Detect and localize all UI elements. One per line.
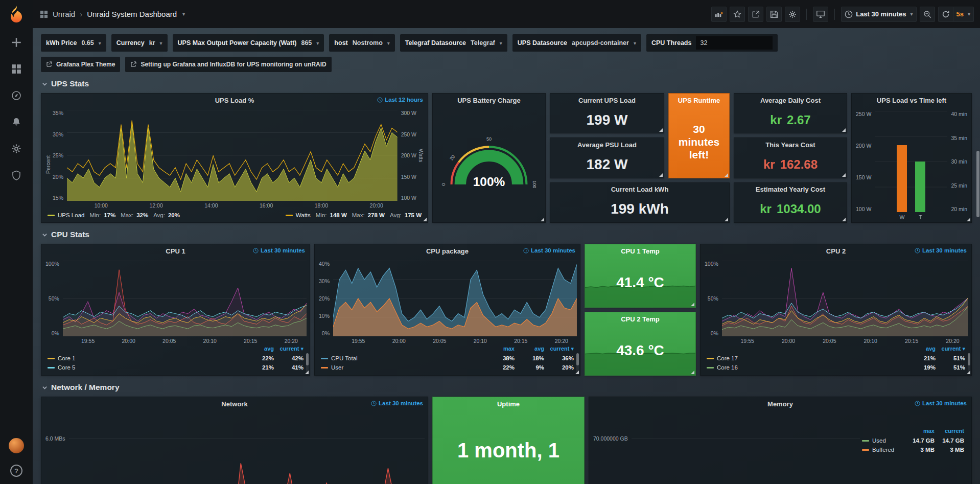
panel-title[interactable]: CPU 2 xyxy=(826,247,846,255)
panel-time-override[interactable]: Last 30 minutes xyxy=(371,400,423,406)
legend-row[interactable]: CPU Total38%18%36% xyxy=(321,354,574,363)
panel-title[interactable]: Average Daily Cost xyxy=(760,97,821,104)
legend-column-current[interactable]: current xyxy=(935,428,964,436)
tv-mode-button[interactable] xyxy=(813,7,828,22)
chart-plot[interactable] xyxy=(69,413,425,484)
series-name[interactable]: Buffered xyxy=(872,447,894,453)
legend-row[interactable]: Core 122%42% xyxy=(48,354,304,363)
series-name[interactable]: Core 16 xyxy=(717,364,738,371)
section-ups-stats[interactable]: UPS Stats xyxy=(42,79,972,88)
bar-chart[interactable]: WT xyxy=(875,111,947,212)
legend-column-max[interactable]: max xyxy=(905,428,935,436)
variable-ups-max-output-power-capacity-watt-[interactable]: UPS Max Output Power Capacity (Watt)865▾ xyxy=(173,34,324,52)
share-button[interactable] xyxy=(748,7,763,22)
chevron-down-icon[interactable]: ▾ xyxy=(182,11,185,17)
legend-row[interactable]: User22%9%20% xyxy=(321,363,574,372)
panel-time-override[interactable]: Last 30 minutes xyxy=(523,247,575,253)
explore-icon[interactable] xyxy=(11,90,22,101)
refresh-interval-picker[interactable]: 5s ▾ xyxy=(953,7,974,22)
series-name[interactable]: Watts xyxy=(296,212,311,218)
panel-time-override[interactable]: Last 30 minutes xyxy=(915,400,967,406)
star-button[interactable] xyxy=(730,7,745,22)
variable-kwh-price[interactable]: kWh Price0.65▾ xyxy=(41,34,106,52)
variable-input[interactable] xyxy=(696,36,773,50)
series-name[interactable]: Used xyxy=(872,437,886,444)
save-button[interactable] xyxy=(766,7,782,22)
series-name[interactable]: User xyxy=(331,364,343,371)
legend-column-avg[interactable]: avg xyxy=(515,345,544,354)
chart-plot[interactable] xyxy=(632,413,860,484)
legend-row[interactable]: Core 1619%51% xyxy=(707,363,965,372)
variable-host[interactable]: hostNostromo▾ xyxy=(329,34,394,52)
chart-plot[interactable]: 19:5520:0020:0520:1020:1520:20 xyxy=(63,261,307,336)
panel-title[interactable]: CPU package xyxy=(426,247,469,255)
series-name[interactable]: Core 1 xyxy=(58,355,76,361)
legend-row[interactable]: Core 1721%51% xyxy=(707,354,965,363)
bar-T[interactable]: T xyxy=(915,111,925,212)
battery-gauge[interactable]: 02050100100% xyxy=(433,107,545,222)
series-name[interactable]: Core 5 xyxy=(58,364,76,371)
panel-title[interactable]: Network xyxy=(221,400,247,408)
chart-plot[interactable]: 10:0012:0014:0016:0018:0020:00 xyxy=(67,110,398,201)
refresh-button[interactable] xyxy=(938,7,953,22)
legend-column-max[interactable]: max xyxy=(485,345,515,354)
dashboard-settings-button[interactable] xyxy=(785,7,800,22)
bar-value[interactable] xyxy=(915,162,925,212)
panel-title[interactable]: UPS Runtime xyxy=(678,97,720,104)
legend-column-current[interactable]: current ▾ xyxy=(936,345,965,354)
legend-row[interactable]: Core 521%41% xyxy=(48,363,304,372)
page-scrollbar[interactable] xyxy=(976,28,980,484)
series-name[interactable]: UPS Load xyxy=(58,212,84,218)
panel-title[interactable]: This Years Cost xyxy=(765,141,815,149)
dashboard-link[interactable]: Grafana Plex Theme xyxy=(41,57,120,72)
variable-value[interactable]: Telegraf xyxy=(471,39,495,47)
series-name[interactable]: CPU Total xyxy=(331,355,358,361)
variable-cpu-threads[interactable]: CPU Threads xyxy=(646,34,778,52)
variable-value[interactable]: 865 xyxy=(301,39,312,47)
chart-plot[interactable]: 19:5520:0020:0520:1020:1520:20 xyxy=(333,261,577,336)
legend-column-avg[interactable]: avg xyxy=(244,345,274,354)
panel-title[interactable]: CPU 1 xyxy=(166,247,185,255)
panel-title[interactable]: Current Load kWh xyxy=(611,186,669,193)
section-cpu-stats[interactable]: CPU Stats xyxy=(42,230,972,239)
panel-title[interactable]: Estimated Yearly Cost xyxy=(756,186,825,193)
variable-ups-datasource[interactable]: UPS Datasourceapcupsd-container▾ xyxy=(512,34,641,52)
panel-title[interactable]: Current UPS Load xyxy=(578,97,636,104)
legend-row[interactable]: Buffered3 MB3 MB xyxy=(862,445,964,454)
panel-title[interactable]: Average PSU Load xyxy=(577,141,637,149)
zoom-out-button[interactable] xyxy=(920,7,935,22)
panel-title[interactable]: UPS Load vs Time left xyxy=(877,97,946,104)
server-admin-icon[interactable] xyxy=(11,170,22,181)
panel-title[interactable]: UPS Battery Charge xyxy=(457,97,521,104)
legend-item[interactable]: UPS LoadMin:17%Max:32%Avg:20% xyxy=(48,212,180,218)
dashboard-link[interactable]: Setting up Grafana and InfluxDB for UPS … xyxy=(125,57,331,72)
section-network-memory[interactable]: Network / Memory xyxy=(42,383,972,392)
legend-item[interactable]: WattsMin:148 WMax:278 WAvg:175 W xyxy=(286,212,422,218)
configuration-icon[interactable] xyxy=(11,143,22,154)
avatar[interactable] xyxy=(9,438,24,453)
scrollbar-thumb[interactable] xyxy=(976,151,979,217)
panel-time-override[interactable]: Last 30 minutes xyxy=(915,247,967,253)
alerting-icon[interactable] xyxy=(11,117,22,128)
dashboards-icon[interactable] xyxy=(11,63,22,75)
grafana-logo[interactable] xyxy=(6,4,27,26)
legend-column-current[interactable]: current ▾ xyxy=(274,345,304,354)
time-range-picker[interactable]: Last 30 minutes ▾ xyxy=(841,7,916,22)
variable-currency[interactable]: Currencykr▾ xyxy=(111,34,168,52)
create-icon[interactable] xyxy=(11,37,22,48)
legend-column-avg[interactable]: avg xyxy=(906,345,936,354)
chart-plot[interactable]: 19:5520:0020:0520:1020:1520:20 xyxy=(722,261,968,336)
bar-value[interactable] xyxy=(897,145,907,212)
breadcrumb-app[interactable]: Unraid xyxy=(53,10,75,18)
panel-title[interactable]: UPS Load % xyxy=(215,97,254,104)
variable-value[interactable]: kr xyxy=(149,39,155,47)
panel-title[interactable]: Memory xyxy=(767,400,793,408)
variable-value[interactable]: 0.65 xyxy=(81,39,94,47)
legend-row[interactable]: Used14.7 GB14.7 GB xyxy=(862,436,964,445)
panel-time-override[interactable]: Last 12 hours xyxy=(377,97,423,103)
variable-value[interactable]: apcupsd-container xyxy=(572,39,629,47)
bar-W[interactable]: W xyxy=(897,111,907,212)
panel-time-override[interactable]: Last 30 minutes xyxy=(253,247,305,253)
add-panel-button[interactable] xyxy=(711,7,727,22)
panel-title[interactable]: Uptime xyxy=(497,400,520,408)
